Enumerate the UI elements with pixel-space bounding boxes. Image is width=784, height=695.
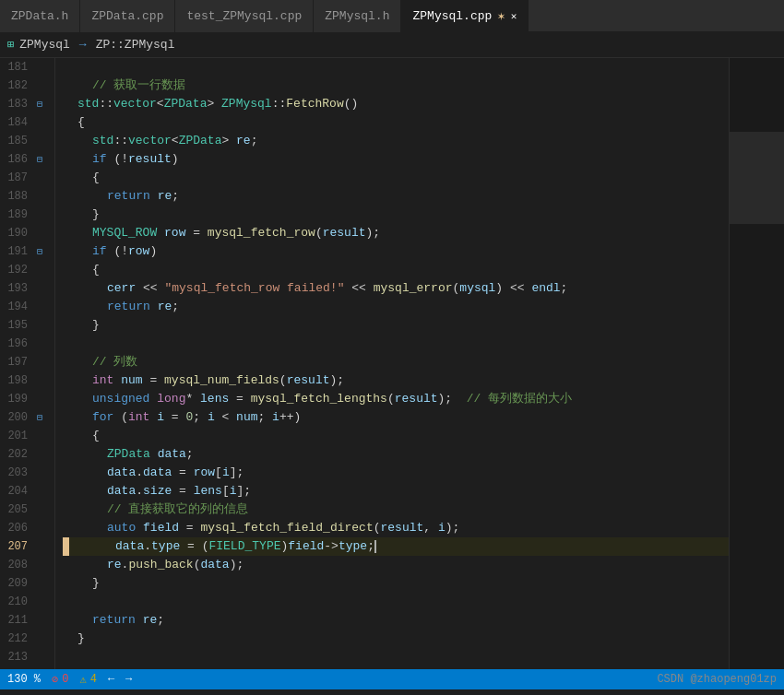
gutter-row: 204 <box>0 482 54 501</box>
tab-label: test_ZPMysql.cpp <box>186 9 302 23</box>
gutter-row: 184 <box>0 113 54 132</box>
nav-back[interactable]: ← <box>108 673 114 686</box>
code-line-189: } <box>63 206 729 224</box>
gutter-row: 203 <box>0 464 54 482</box>
forward-arrow-icon: → <box>125 673 132 686</box>
code-line-205: // 直接获取它的列的信息 <box>63 501 729 519</box>
gutter-row: 196 <box>0 335 54 353</box>
code-line-209: } <box>63 574 729 593</box>
gutter-row: 213 <box>0 648 54 666</box>
zoom-level[interactable]: 130 % <box>7 673 41 686</box>
code-line-196 <box>63 335 729 353</box>
gutter-row: 192 <box>0 261 54 279</box>
error-status[interactable]: ⊘ 0 <box>52 673 68 687</box>
gutter-row: 183⊟ <box>0 95 54 113</box>
tab-zp-mysql-cpp[interactable]: ZPMysql.cpp ✶ ✕ <box>401 0 529 32</box>
code-line-194: return re; <box>63 298 729 316</box>
tab-zp-data-cpp[interactable]: ZPData.cpp <box>80 0 175 32</box>
code-line-212: } <box>63 630 729 648</box>
gutter-row: 195 <box>0 316 54 335</box>
code-line-197: // 列数 <box>63 353 729 371</box>
code-line-192: { <box>63 261 729 279</box>
code-line-210 <box>63 593 729 611</box>
code-editor[interactable]: // 获取一行数据 std::vector<ZPData> ZPMysql::F… <box>55 58 729 669</box>
tab-test-zp-mysql[interactable]: test_ZPMysql.cpp <box>175 0 314 32</box>
code-line-187: { <box>63 169 729 187</box>
gutter-row: 185 <box>0 132 54 150</box>
gutter-row: 209 <box>0 574 54 593</box>
breadcrumb-method: ZP::ZPMysql <box>96 38 175 52</box>
code-line-202: ZPData data; <box>63 445 729 464</box>
code-line-182: // 获取一行数据 <box>63 77 729 95</box>
code-line-193: cerr << "mysql_fetch_row failed!" << mys… <box>63 279 729 298</box>
warning-status[interactable]: ⚠ 4 <box>79 673 96 687</box>
code-line-198: int num = mysql_num_fields(result); <box>63 371 729 390</box>
code-line-183: std::vector<ZPData> ZPMysql::FetchRow() <box>63 95 729 113</box>
tab-label: ZPData.cpp <box>91 9 163 23</box>
gutter-row: 194 <box>0 298 54 316</box>
status-bar: 130 % ⊘ 0 ⚠ 4 ← → CSDN @zhaopeng01zp <box>0 669 784 689</box>
gutter-row: 197 <box>0 353 54 371</box>
zoom-value: 130 % <box>7 673 41 686</box>
code-line-211: return re; <box>63 611 729 630</box>
back-arrow-icon: ← <box>108 673 114 686</box>
code-line-185: std::vector<ZPData> re; <box>63 132 729 150</box>
modified-indicator: ✶ <box>497 8 505 24</box>
code-line-181 <box>63 58 729 77</box>
code-line-204: data.size = lens[i]; <box>63 482 729 501</box>
code-line-206: auto field = mysql_fetch_field_direct(re… <box>63 519 729 537</box>
gutter-row: 182 <box>0 77 54 95</box>
gutter-row: 201 <box>0 427 54 445</box>
code-line-191: if (!row) <box>63 242 729 261</box>
warning-icon: ⚠ <box>79 673 86 687</box>
tab-label: ZPMysql.h <box>325 9 389 23</box>
status-left: 130 % ⊘ 0 ⚠ 4 ← → <box>7 673 132 687</box>
code-line-188: return re; <box>63 187 729 206</box>
code-line-184: { <box>63 113 729 132</box>
error-icon: ⊘ <box>52 673 58 687</box>
breadcrumb-separator: → <box>79 38 87 52</box>
gutter-row: 206 <box>0 519 54 537</box>
tab-zp-data-h[interactable]: ZPData.h <box>0 0 80 32</box>
tab-bar: ZPData.h ZPData.cpp test_ZPMysql.cpp ZPM… <box>0 0 784 32</box>
gutter-row: 187 <box>0 169 54 187</box>
gutter-row: 199 <box>0 390 54 408</box>
code-line-186: if (!result) <box>63 150 729 169</box>
close-icon[interactable]: ✕ <box>511 10 517 22</box>
code-line-203: data.data = row[i]; <box>63 464 729 482</box>
breadcrumb-bar: ⊞ ZPMysql → ZP::ZPMysql <box>0 32 784 58</box>
gutter-row: 181 <box>0 58 54 77</box>
warning-count: 4 <box>90 673 97 686</box>
code-line-213 <box>63 648 729 666</box>
code-line-190: MYSQL_ROW row = mysql_fetch_row(result); <box>63 224 729 242</box>
gutter-row-207: 207 <box>0 537 54 556</box>
gutter-row: 193 <box>0 279 54 298</box>
minimap <box>729 58 784 669</box>
gutter-row: 188 <box>0 187 54 206</box>
gutter-row: 190 <box>0 224 54 242</box>
gutter-row: 189 <box>0 206 54 224</box>
tab-label: ZPData.h <box>11 9 68 23</box>
status-right: CSDN @zhaopeng01zp <box>657 673 777 686</box>
editor-container: 181 182 183⊟ 184 185 186⊟ 187 188 189 19… <box>0 58 784 669</box>
gutter-row: 208 <box>0 556 54 574</box>
minimap-viewport <box>730 132 784 224</box>
breadcrumb-class: ZPMysql <box>19 38 70 52</box>
tab-label: ZPMysql.cpp <box>412 9 492 23</box>
csdn-watermark: CSDN @zhaopeng01zp <box>657 673 777 686</box>
code-line-200: for (int i = 0; i < num; i++) <box>63 408 729 427</box>
code-line-201: { <box>63 427 729 445</box>
gutter-row: 191⊟ <box>0 242 54 261</box>
gutter-row: 211 <box>0 611 54 630</box>
line-gutter: 181 182 183⊟ 184 185 186⊟ 187 188 189 19… <box>0 58 55 669</box>
nav-forward[interactable]: → <box>125 673 132 686</box>
gutter-row: 212 <box>0 630 54 648</box>
gutter-row: 210 <box>0 593 54 611</box>
code-line-195: } <box>63 316 729 335</box>
tab-zp-mysql-h[interactable]: ZPMysql.h <box>314 0 401 32</box>
gutter-row: 200⊟ <box>0 408 54 427</box>
code-line-207: data.type = (FIELD_TYPE)field->type; <box>63 537 729 556</box>
code-line-199: unsigned long* lens = mysql_fetch_length… <box>63 390 729 408</box>
code-line-208: re.push_back(data); <box>63 556 729 574</box>
gutter-row: 198 <box>0 371 54 390</box>
